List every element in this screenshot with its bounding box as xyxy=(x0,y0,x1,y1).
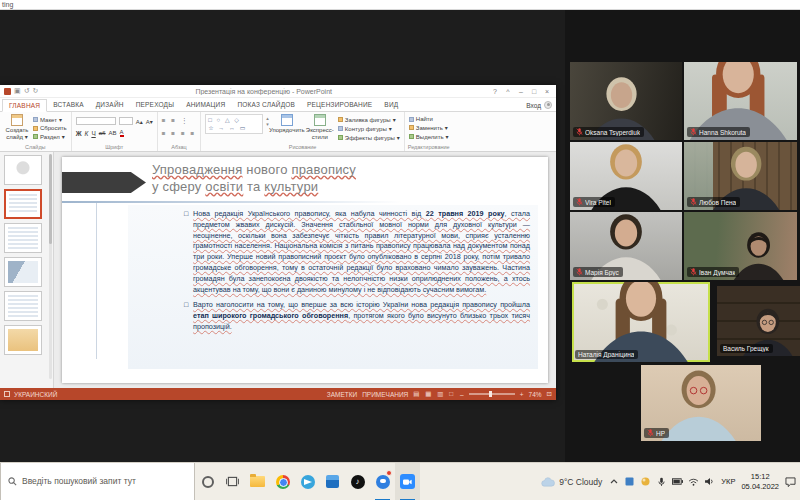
font-name-select[interactable] xyxy=(76,117,116,125)
shapes-scrollbar[interactable]: ▴▾ xyxy=(266,114,269,128)
taskbar-clock[interactable]: 15:12 05.04.2022 xyxy=(741,472,779,491)
list-icons[interactable]: ≡ ≡ ⋮ xyxy=(162,117,190,125)
tray-expand-icon[interactable] xyxy=(608,476,619,488)
char-spacing-icon[interactable]: АВ xyxy=(109,130,117,136)
taskbar-app-file-explorer[interactable] xyxy=(245,463,270,500)
participant-name: Vira Pitel xyxy=(585,199,611,206)
slide-thumbnail[interactable] xyxy=(4,189,42,219)
shape-outline-button[interactable]: Контур фигуры▾ xyxy=(338,125,400,132)
replace-button[interactable]: Заменить▾ xyxy=(409,124,449,131)
participant-tile[interactable]: HP xyxy=(641,365,761,441)
underline-icon[interactable]: Ч xyxy=(91,130,95,137)
strikethrough-icon[interactable]: аб xyxy=(99,130,106,136)
help-icon[interactable]: ? xyxy=(489,88,501,95)
font-size-select[interactable] xyxy=(119,117,133,125)
sign-in-link[interactable]: Вход xyxy=(526,102,541,109)
muted-mic-icon xyxy=(576,268,583,276)
bold-icon[interactable]: Ж xyxy=(76,130,82,137)
shape-effects-button[interactable]: Эффекты фигуры▾ xyxy=(338,134,400,141)
zoom-slider[interactable] xyxy=(469,393,515,395)
taskbar-app-task-view[interactable] xyxy=(220,463,245,500)
font-color-icon[interactable]: А xyxy=(120,129,124,137)
tray-battery-icon[interactable] xyxy=(672,476,683,488)
minimize-icon[interactable]: – xyxy=(515,88,527,95)
action-center-icon[interactable] xyxy=(784,463,797,500)
tab-главная[interactable]: ГЛАВНАЯ xyxy=(2,99,47,112)
participant-tile[interactable]: Oksana Tsyperdiuk xyxy=(570,62,682,140)
close-icon[interactable]: × xyxy=(541,88,553,95)
taskbar-app-telegram[interactable] xyxy=(295,463,320,500)
participant-name-badge: Василь Грещук xyxy=(720,344,773,353)
notes-button[interactable]: ЗАМЕТКИ xyxy=(327,391,357,398)
tab-дизайн[interactable]: ДИЗАЙН xyxy=(90,99,130,111)
participant-tile[interactable]: Vira Pitel xyxy=(570,142,682,210)
restore-icon[interactable]: □ xyxy=(528,88,540,95)
participant-tile[interactable]: Іван Думчак xyxy=(684,212,797,280)
grow-font-icon[interactable]: А▴ xyxy=(136,118,143,125)
taskbar-app-chrome[interactable] xyxy=(270,463,295,500)
layout-button[interactable]: Макет▾ xyxy=(33,116,67,123)
save-icon[interactable]: ▣ xyxy=(14,87,21,95)
slide-thumbnail[interactable] xyxy=(4,257,42,287)
thumbnail-scrollbar[interactable] xyxy=(49,154,52,379)
find-button[interactable]: Найти xyxy=(409,116,449,122)
tray-antivirus-icon[interactable] xyxy=(640,476,651,488)
taskbar-app-messenger[interactable] xyxy=(370,463,395,500)
undo-icon[interactable]: ↺ xyxy=(24,87,30,95)
proofing-icon[interactable] xyxy=(4,391,10,397)
fit-slide-icon[interactable]: ⊡ xyxy=(547,390,552,398)
zoom-out-icon[interactable]: – xyxy=(460,391,464,398)
participant-tile[interactable]: Hanna Shkoruta xyxy=(684,62,797,140)
tray-window-icon[interactable] xyxy=(624,476,635,488)
taskbar-app-document-app[interactable] xyxy=(320,463,345,500)
ribbon: Создать слайд ▾ Макет▾ Сбросить Раздел▾ … xyxy=(0,112,556,152)
ribbon-group-font: А▴ А▾ Ж К Ч аб АВ А Шрифт xyxy=(72,112,158,151)
participant-name: Василь Грещук xyxy=(723,345,769,352)
tab-рецензирование[interactable]: РЕЦЕНЗИРОВАНИЕ xyxy=(301,99,378,111)
slide-thumbnail[interactable] xyxy=(4,155,42,185)
slide-thumbnail[interactable] xyxy=(4,223,42,253)
participant-tile[interactable]: Василь Грещук xyxy=(717,286,800,356)
shape-fill-button[interactable]: Заливка фигуры▾ xyxy=(338,116,400,123)
zoom-slider-thumb[interactable] xyxy=(489,391,492,397)
align-icons[interactable]: ≡ ≡ ≡ ≡ xyxy=(162,130,197,137)
tab-анимация[interactable]: АНИМАЦИЯ xyxy=(180,99,231,111)
ribbon-options-icon[interactable]: ^ xyxy=(502,88,514,95)
participant-tile[interactable]: Любов Пена xyxy=(684,142,797,210)
tab-вид[interactable]: ВИД xyxy=(378,99,404,111)
view-switcher-icons[interactable]: ▤ ▦ ▥ □ xyxy=(413,390,455,398)
zoom-in-icon[interactable]: + xyxy=(520,391,524,398)
italic-icon[interactable]: К xyxy=(85,130,89,137)
zoom-level[interactable]: 74% xyxy=(529,391,542,398)
quick-styles-button[interactable]: Экспресс-стили xyxy=(305,114,335,140)
select-button[interactable]: Выделить▾ xyxy=(409,133,449,140)
slide-thumbnail[interactable] xyxy=(4,291,42,321)
avatar[interactable] xyxy=(544,101,552,109)
taskbar-app-tiktok[interactable]: ♪ xyxy=(345,463,370,500)
volume-icon[interactable] xyxy=(704,476,715,488)
tray-microphone-icon[interactable] xyxy=(656,476,667,488)
shapes-gallery[interactable]: □ ○ △ ◇ ☆ → ↔ ▭ xyxy=(205,114,263,134)
new-slide-button[interactable]: Создать слайд ▾ xyxy=(4,114,30,140)
slide-canvas[interactable]: Упровадження нового правопису у сферу ос… xyxy=(62,157,548,383)
tab-вставка[interactable]: ВСТАВКА xyxy=(47,99,90,111)
participant-tile[interactable]: Наталія Драніцина xyxy=(572,282,710,362)
taskbar-search-input[interactable]: Введіть пошуковий запит тут xyxy=(0,463,195,500)
keyboard-language[interactable]: УКР xyxy=(721,477,735,486)
taskbar-app-cortana[interactable] xyxy=(195,463,220,500)
taskbar-app-zoom[interactable] xyxy=(395,463,420,500)
language-status[interactable]: УКРАИНСКИЙ xyxy=(14,391,57,398)
slide-thumbnail[interactable] xyxy=(4,325,42,355)
reset-button[interactable]: Сбросить xyxy=(33,125,67,131)
wifi-icon[interactable] xyxy=(688,476,699,488)
shrink-font-icon[interactable]: А▾ xyxy=(146,118,153,125)
tab-переходы[interactable]: ПЕРЕХОДЫ xyxy=(130,99,180,111)
participant-tile[interactable]: Марія Брус xyxy=(570,212,682,280)
weather-widget[interactable]: 9°C Cloudy xyxy=(541,477,608,487)
tab-показ-слайдов[interactable]: ПОКАЗ СЛАЙДОВ xyxy=(231,99,301,111)
section-button[interactable]: Раздел▾ xyxy=(33,133,67,140)
comments-button[interactable]: ПРИМЕЧАНИЯ xyxy=(362,391,408,398)
powerpoint-window: ▣ ↺ ↻ Презентація на конференцію - Power… xyxy=(0,85,556,400)
arrange-button[interactable]: Упорядочить xyxy=(272,114,302,134)
zoom-window-titlebar: ting xyxy=(0,0,800,10)
